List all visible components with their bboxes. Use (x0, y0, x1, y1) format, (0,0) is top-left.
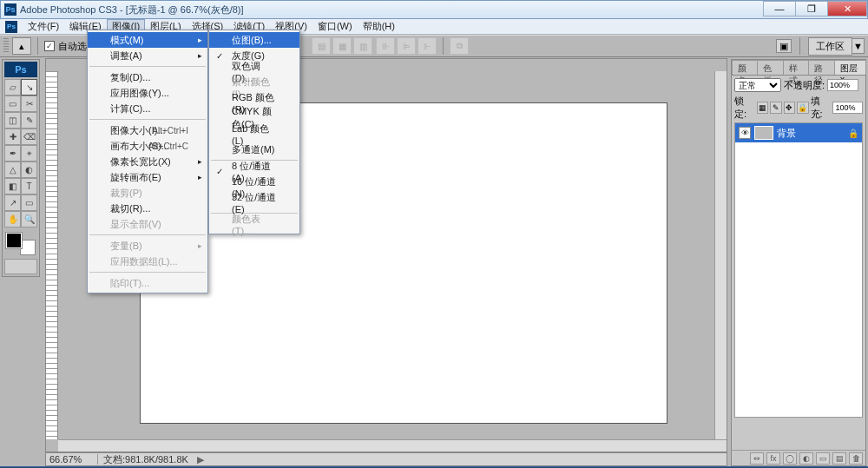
menu-0[interactable]: 文件(F) (23, 19, 64, 34)
visibility-icon[interactable]: 👁 (739, 127, 751, 139)
adjustment-layer-button[interactable]: ◐ (799, 452, 813, 465)
menu-item[interactable]: 像素长宽比(X)▸ (88, 154, 207, 169)
layer-mask-button[interactable]: ◯ (783, 452, 797, 465)
tool-6-1[interactable]: T (21, 178, 37, 194)
close-button[interactable]: ✕ (827, 1, 867, 16)
menu-item[interactable]: 模式(M)▸ (88, 32, 207, 48)
tool-4-1[interactable]: ⌖ (21, 145, 37, 161)
menu-item[interactable]: 调整(A)▸ (88, 48, 207, 63)
options-gripper[interactable] (3, 38, 9, 54)
align-btn-1[interactable]: ▤ (312, 37, 331, 55)
tool-1-0[interactable]: ▭ (4, 96, 21, 112)
tool-2-0[interactable]: ◫ (4, 112, 21, 129)
panel-tab-3[interactable]: 路径 (808, 60, 834, 75)
panel-tab-0[interactable]: 颜色 (732, 60, 758, 75)
layer-lock-icon: 🔒 (848, 129, 858, 138)
menu-item: 变量(B)▸ (88, 238, 207, 254)
menu-item[interactable]: 复制(D)... (88, 69, 207, 85)
tool-7-1[interactable]: ▭ (21, 194, 37, 211)
tool-5-1[interactable]: ◐ (21, 161, 37, 178)
panel-tab-2[interactable]: 样式 (783, 60, 809, 75)
mode-submenu: 位图(B)...✓灰度(G)双色调(D)...索引颜色(I)RGB 颜色(R)C… (208, 30, 300, 234)
blend-mode-select[interactable]: 正常 (734, 78, 781, 92)
menu-7[interactable]: 窗口(W) (312, 19, 358, 34)
ruler-vertical[interactable] (46, 71, 58, 439)
tool-3-1[interactable]: ⌫ (21, 129, 37, 145)
menu-item: 显示全部(V) (88, 216, 207, 232)
window-title: Adobe Photoshop CS3 - [无标题-1 @ 66.7%(灰色/… (20, 3, 244, 16)
menu-item[interactable]: 多通道(M) (209, 142, 299, 157)
auto-align-button[interactable]: ⧉ (450, 37, 469, 55)
titlebar: Ps Adobe Photoshop CS3 - [无标题-1 @ 66.7%(… (0, 0, 868, 19)
menu-item[interactable]: 裁切(R)... (88, 201, 207, 216)
tool-0-1[interactable]: ↘ (21, 79, 37, 96)
minimize-button[interactable]: — (763, 1, 796, 16)
toolbox-logo: Ps (4, 62, 37, 77)
workspace-dropdown[interactable]: ▼ (852, 38, 865, 54)
menu-item[interactable]: 旋转画布(E)▸ (88, 169, 207, 185)
dist-btn-3[interactable]: ⊩ (418, 37, 437, 55)
align-btn-2[interactable]: ▦ (332, 37, 352, 55)
doc-info[interactable]: 文档:981.8K/981.8K (98, 453, 194, 466)
menu-item[interactable]: 应用图像(Y)... (88, 85, 207, 101)
lock-all[interactable]: 🔒 (797, 102, 808, 114)
doc-info-arrow[interactable]: ▶ (197, 454, 204, 465)
menu-item[interactable]: 位图(B)... (209, 32, 299, 48)
tool-0-0[interactable]: ▱ (4, 79, 21, 96)
link-layers-button[interactable]: ⇔ (750, 452, 764, 465)
menu-item[interactable]: Lab 颜色(L) (209, 126, 299, 142)
tool-2-1[interactable]: ✎ (21, 112, 37, 129)
scrollbar-horizontal[interactable] (58, 439, 727, 452)
menu-item: 应用数据组(L)... (88, 254, 207, 269)
foreground-color[interactable] (6, 233, 22, 248)
dist-btn-2[interactable]: ⊫ (397, 37, 416, 55)
screen-mode-button[interactable]: ▣ (776, 39, 792, 53)
lock-position[interactable]: ✥ (784, 102, 795, 114)
dist-btn-1[interactable]: ⊪ (376, 37, 395, 55)
lock-pixels[interactable]: ✎ (770, 102, 781, 114)
menu-item: 陷印(T)... (88, 275, 207, 291)
layer-thumbnail[interactable] (754, 126, 773, 140)
workspace-button[interactable]: 工作区 (808, 37, 852, 56)
tool-6-0[interactable]: ◧ (4, 178, 21, 194)
maximize-button[interactable]: ❐ (795, 1, 828, 16)
tool-5-0[interactable]: △ (4, 161, 21, 178)
tool-8-1[interactable]: 🔍 (21, 211, 37, 227)
menu-item[interactable]: 画布大小(S)...Alt+Ctrl+C (88, 138, 207, 154)
fill-field[interactable]: 100% (832, 102, 863, 114)
toolbox: Ps ▱↘▭✂◫✎✚⌫✒⌖△◐◧T↗▭✋🔍 (2, 59, 40, 277)
panel-tab-4[interactable]: 图层 × (834, 60, 866, 75)
color-swatches[interactable] (4, 231, 37, 257)
fill-label: 填充: (811, 95, 832, 121)
tool-preset-button[interactable]: ▴ (12, 37, 31, 55)
app-icon: Ps (4, 3, 16, 16)
menu-item[interactable]: 计算(C)... (88, 101, 207, 116)
delete-layer-button[interactable]: 🗑 (849, 452, 863, 465)
new-layer-button[interactable]: ▤ (832, 452, 846, 465)
group-button[interactable]: ▭ (816, 452, 830, 465)
menu-item: 颜色表(T)... (209, 216, 299, 232)
zoom-field[interactable]: 66.67% (46, 454, 98, 465)
lock-transparency[interactable]: ▦ (757, 102, 768, 114)
layer-row-background[interactable]: 👁 背景 🔒 (735, 123, 862, 142)
align-group: ▤ ▦ ▥ (312, 37, 372, 55)
tool-1-1[interactable]: ✂ (21, 96, 37, 112)
tool-4-0[interactable]: ✒ (4, 145, 21, 161)
lock-label: 锁定: (734, 95, 755, 121)
layers-panel: 颜色色板样式路径图层 × 正常 不透明度: 100% 锁定: ▦ ✎ ✥ 🔒 填… (731, 59, 866, 466)
auto-select-checkbox[interactable]: ✓ (44, 41, 55, 51)
menu-item[interactable]: 图像大小(I)...Alt+Ctrl+I (88, 122, 207, 138)
tool-8-0[interactable]: ✋ (4, 211, 21, 227)
layer-list[interactable]: 👁 背景 🔒 (734, 122, 863, 418)
panel-tab-1[interactable]: 色板 (757, 60, 783, 75)
menu-item[interactable]: 32 位/通道(E) (209, 194, 299, 210)
quickmask-toggle[interactable] (4, 259, 37, 274)
layer-style-button[interactable]: fx (766, 452, 780, 465)
opacity-field[interactable]: 100% (827, 79, 858, 91)
scrollbar-vertical[interactable] (714, 71, 727, 439)
background-color[interactable] (20, 240, 36, 255)
tool-3-0[interactable]: ✚ (4, 129, 21, 145)
tool-7-0[interactable]: ↗ (4, 194, 21, 211)
align-btn-3[interactable]: ▥ (353, 37, 372, 55)
menu-8[interactable]: 帮助(H) (358, 19, 400, 34)
